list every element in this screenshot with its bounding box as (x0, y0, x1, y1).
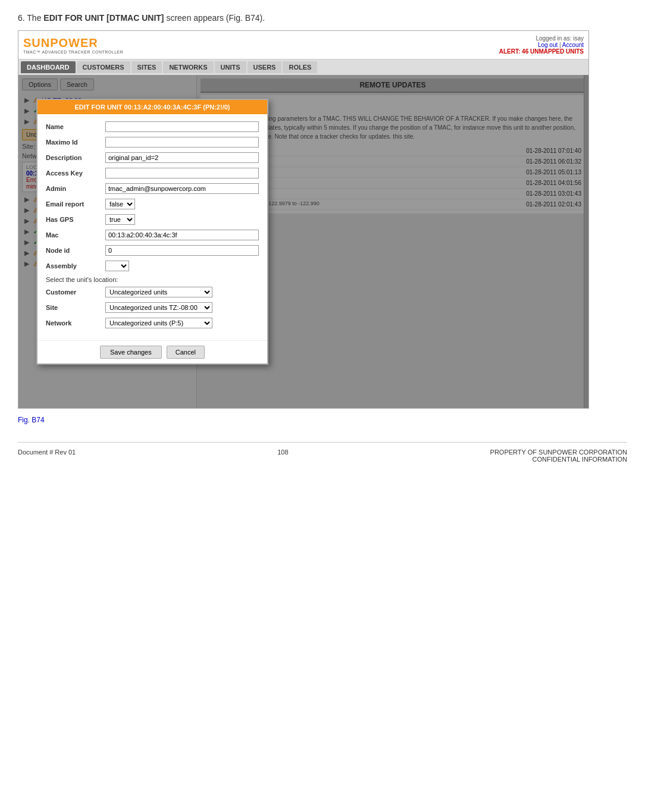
access-key-label: Access Key (46, 170, 105, 177)
access-key-row: Access Key (46, 168, 259, 178)
modal-body: Name Maximo Id Description (37, 114, 267, 340)
site-label: Site (46, 304, 105, 311)
figure-caption: Fig. B74 (18, 416, 627, 424)
nav-customers[interactable]: CUSTOMERS (77, 61, 130, 73)
customer-label: Customer (46, 289, 105, 296)
footer-center: 108 (277, 449, 288, 463)
nav-sites[interactable]: SITES (131, 61, 162, 73)
network-row: Network Uncategorized units (P:5) (46, 318, 259, 328)
cancel-button[interactable]: Cancel (167, 346, 205, 359)
email-report-label: Email report (46, 200, 105, 208)
description-input[interactable] (105, 152, 259, 163)
footer-right-line2: CONFIDENTIAL INFORMATION (490, 456, 627, 463)
assembly-select[interactable] (105, 261, 129, 271)
has-gps-row: Has GPS true false (46, 214, 259, 225)
nav-users[interactable]: USERS (248, 61, 282, 73)
intro-text: 6. The (18, 13, 43, 23)
logo-sub: TMAC™ ADVANCED TRACKER CONTROLLER (23, 50, 123, 54)
mac-input[interactable] (105, 230, 259, 240)
location-label: Select the unit's location: (46, 276, 259, 283)
doc-footer: Document # Rev 01 108 PROPERTY OF SUNPOW… (18, 442, 627, 463)
mac-row: Mac (46, 230, 259, 240)
logo: SUNPOWER (23, 36, 123, 50)
modal-header: EDIT FOR UNIT 00:13:A2:00:40:3A:4C:3F (P… (37, 100, 267, 114)
assembly-row: Assembly (46, 261, 259, 271)
site-row: Site Uncategorized units TZ:-08:00 (46, 302, 259, 313)
modal-overlay: EDIT FOR UNIT 00:13:A2:00:40:3A:4C:3F (P… (18, 75, 588, 408)
main-content: Options Search ▶ ⚠ HQ TZ:-08:00 ▶ ✓ Sono… (18, 75, 588, 408)
nav-units[interactable]: UNITS (215, 61, 246, 73)
header-links: Log out | Account (499, 42, 584, 48)
nav-dashboard[interactable]: DASHBOARD (21, 61, 76, 73)
account-link[interactable]: Account (562, 42, 584, 48)
network-label: Network (46, 319, 105, 327)
customer-select[interactable]: Uncategorized units (105, 287, 212, 297)
maximo-row: Maximo Id (46, 137, 259, 148)
alert-text: ALERT: 46 UNMAPPED UNITS (499, 48, 584, 55)
email-report-row: Email report false true (46, 199, 259, 209)
assembly-label: Assembly (46, 262, 105, 269)
node-id-row: Node id (46, 245, 259, 256)
log-out-link[interactable]: Log out (538, 42, 558, 48)
bold-title: EDIT FOR UNIT [DTMAC UNIT] (43, 13, 164, 23)
header-right: Logged in as: isay Log out | Account ALE… (499, 35, 584, 55)
admin-label: Admin (46, 185, 105, 192)
screenshot-container: SUNPOWER TMAC™ ADVANCED TRACKER CONTROLL… (18, 30, 589, 409)
edit-unit-modal: EDIT FOR UNIT 00:13:A2:00:40:3A:4C:3F (P… (36, 99, 268, 365)
admin-row: Admin (46, 183, 259, 194)
network-select[interactable]: Uncategorized units (P:5) (105, 318, 212, 328)
node-id-label: Node id (46, 247, 105, 254)
save-changes-button[interactable]: Save changes (100, 346, 162, 359)
access-key-input[interactable] (105, 168, 259, 178)
logo-area: SUNPOWER TMAC™ ADVANCED TRACKER CONTROLL… (23, 36, 123, 54)
has-gps-label: Has GPS (46, 216, 105, 223)
logged-in-text: Logged in as: isay (499, 35, 584, 42)
footer-right-line1: PROPERTY OF SUNPOWER CORPORATION (490, 449, 627, 456)
admin-input[interactable] (105, 183, 259, 194)
nav-roles[interactable]: ROLES (283, 61, 317, 73)
mac-label: Mac (46, 231, 105, 239)
name-input[interactable] (105, 121, 259, 132)
maximo-input[interactable] (105, 137, 259, 148)
site-select[interactable]: Uncategorized units TZ:-08:00 (105, 302, 212, 313)
customer-row: Customer Uncategorized units (46, 287, 259, 297)
node-id-input[interactable] (105, 245, 259, 256)
intro-suffix: screen appears (Fig. B74). (164, 13, 265, 23)
nav-networks[interactable]: NETWORKS (163, 61, 213, 73)
description-row: Description (46, 152, 259, 163)
app-header: SUNPOWER TMAC™ ADVANCED TRACKER CONTROLL… (18, 31, 588, 59)
email-report-select[interactable]: false true (105, 199, 135, 209)
name-label: Name (46, 123, 105, 130)
description-label: Description (46, 154, 105, 161)
name-row: Name (46, 121, 259, 132)
nav-bar: DASHBOARD CUSTOMERS SITES NETWORKS UNITS… (18, 59, 588, 75)
footer-right: PROPERTY OF SUNPOWER CORPORATION CONFIDE… (490, 449, 627, 463)
intro-paragraph: 6. The EDIT FOR UNIT [DTMAC UNIT] screen… (18, 12, 627, 24)
has-gps-select[interactable]: true false (105, 214, 135, 225)
modal-footer: Save changes Cancel (37, 340, 267, 363)
maximo-label: Maximo Id (46, 139, 105, 146)
footer-left: Document # Rev 01 (18, 449, 76, 463)
